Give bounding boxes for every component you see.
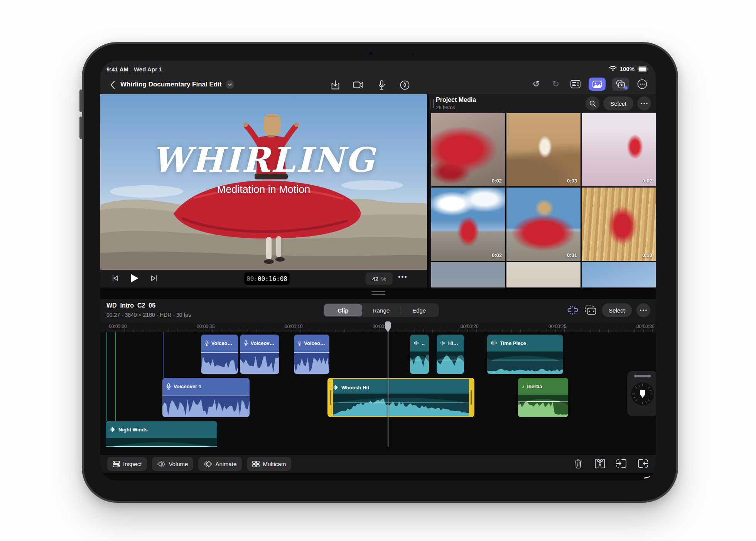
undo-button[interactable]: ↺ <box>530 78 543 91</box>
title-dropdown-button[interactable] <box>226 80 234 89</box>
mode-segment-edge[interactable]: Edge <box>400 304 438 316</box>
transport-bar: 00:00:16:08 42 % ••• <box>100 270 427 287</box>
more-button[interactable] <box>636 78 649 91</box>
multicam-button[interactable]: Multicam <box>247 457 291 471</box>
timeline-ruler[interactable]: 00:00:0000:00:0500:00:1000:00:1500:00:20… <box>100 322 656 333</box>
mode-segment-range[interactable]: Range <box>362 304 400 316</box>
inspect-button[interactable]: Inspect <box>107 457 147 471</box>
timeline-clip[interactable]: Voiceover 3 <box>294 335 329 374</box>
trim-handle-right[interactable] <box>469 379 473 416</box>
trim-handle-left[interactable] <box>329 379 333 416</box>
thumbnail-duration: 0:03 <box>567 178 577 184</box>
mode-segment-clip[interactable]: Clip <box>324 304 362 316</box>
effects-button[interactable] <box>612 78 629 91</box>
magnetic-timeline-icon <box>567 305 579 315</box>
clip-label: ♪Inertia <box>518 378 568 395</box>
animate-button[interactable]: Animate <box>198 457 242 471</box>
top-chrome: 9:41 AM Wed Apr 1 100% Whirling Document… <box>100 61 656 94</box>
playhead-line <box>388 331 388 447</box>
viewer-more-button[interactable]: ••• <box>398 273 408 281</box>
chevron-left-icon <box>110 81 115 89</box>
ellipsis-icon <box>641 103 648 104</box>
media-grid: 0:020:030:020:020:010:10 <box>431 113 656 287</box>
blade-button[interactable] <box>593 457 606 470</box>
blade-scissors-icon <box>595 459 605 468</box>
mic-icon <box>378 80 385 90</box>
media-thumbnail[interactable] <box>582 262 656 287</box>
front-camera <box>369 52 373 55</box>
skip-forward-button[interactable] <box>147 272 160 285</box>
timeline-resize-handle[interactable] <box>371 291 385 295</box>
mic-icon <box>244 340 248 347</box>
media-thumbnail[interactable] <box>506 262 580 287</box>
undo-icon: ↺ <box>533 80 540 88</box>
timeline-select-button[interactable]: Select <box>602 303 632 317</box>
import-button[interactable] <box>329 78 342 91</box>
record-video-button[interactable] <box>352 78 365 91</box>
page-background: 9:41 AM Wed Apr 1 100% Whirling Document… <box>0 0 756 541</box>
mic-icon <box>166 383 171 390</box>
media-browser-button[interactable] <box>589 78 606 91</box>
timeline-clip-meta: 00:27 · 3840 × 2160 · HDR · 30 fps <box>106 312 191 318</box>
timeline-more-button[interactable] <box>636 303 650 317</box>
clip-label: Voiceover 2 <box>240 335 279 352</box>
media-search-button[interactable] <box>586 96 599 110</box>
list-index-icon <box>570 80 580 88</box>
clip-waveform <box>437 352 464 374</box>
search-icon <box>589 100 596 107</box>
timeline-clip[interactable]: High... <box>437 335 464 374</box>
record-audio-button[interactable] <box>375 78 388 91</box>
jog-wheel-grip[interactable] <box>634 375 651 377</box>
redo-button[interactable]: ↻ <box>549 78 562 91</box>
panel-drag-handle[interactable] <box>430 99 434 108</box>
waveform-icon <box>440 340 446 346</box>
delete-button[interactable] <box>572 457 585 470</box>
timeline-clip[interactable]: ... <box>410 335 429 374</box>
timeline-clip[interactable]: Voiceover 2 <box>201 335 238 374</box>
ruler-label: 00:00:00 <box>109 324 127 329</box>
index-browser-button[interactable] <box>569 78 582 91</box>
pencil-tools-button[interactable] <box>398 78 411 91</box>
thumbnail-duration: 0:10 <box>642 252 652 258</box>
back-button[interactable] <box>106 78 119 91</box>
ruler-label: 00:00:10 <box>285 324 303 329</box>
timeline-clip[interactable]: Time Piece <box>487 335 563 374</box>
project-title-group[interactable]: Whirling Documentary Final Edit <box>120 80 234 89</box>
media-thumbnail[interactable] <box>431 262 505 287</box>
insert-clip-button[interactable] <box>615 457 628 470</box>
media-thumbnail[interactable]: 0:10 <box>582 188 656 261</box>
timeline-clip-title: WD_Intro_C2_05 <box>106 302 155 309</box>
media-more-button[interactable] <box>637 96 651 110</box>
volume-button[interactable]: Volume <box>152 457 193 471</box>
video-viewer[interactable]: WHIRLING Meditation in Motion <box>100 94 427 270</box>
media-thumbnail[interactable]: 0:01 <box>506 188 580 261</box>
jog-wheel-panel[interactable] <box>627 371 656 416</box>
media-thumbnail[interactable]: 0:02 <box>431 113 505 186</box>
zoom-level-control[interactable]: 42 % <box>366 272 393 285</box>
thumbnail-duration: 0:01 <box>567 252 577 258</box>
timecode-display[interactable]: 00:00:16:08 <box>244 272 290 285</box>
timeline-clip[interactable]: Night Winds <box>106 421 217 447</box>
ellipsis-icon <box>637 79 647 89</box>
media-select-button[interactable]: Select <box>603 96 633 110</box>
play-button[interactable] <box>128 272 141 285</box>
redo-icon: ↻ <box>552 80 559 88</box>
timeline-clip[interactable]: Whoosh Hit <box>327 378 474 417</box>
skip-back-button[interactable] <box>109 272 122 285</box>
project-title: Whirling Documentary Final Edit <box>120 81 222 88</box>
timeline-clip[interactable]: Voiceover 1 <box>162 378 250 417</box>
notification-dot <box>624 86 628 90</box>
clip-waveform <box>162 395 250 417</box>
photo-icon <box>592 81 602 88</box>
ruler-label: 00:00:25 <box>548 324 567 329</box>
timeline-clip[interactable]: ♪Inertia <box>518 378 568 417</box>
media-thumbnail[interactable]: 0:03 <box>506 113 580 186</box>
magnetic-timeline-button[interactable] <box>566 304 579 317</box>
clip-waveform <box>294 352 329 374</box>
media-thumbnail[interactable]: 0:02 <box>582 113 656 186</box>
mic-hole <box>412 53 414 55</box>
timeline-clip[interactable]: Voiceover 2 <box>240 335 279 374</box>
media-thumbnail[interactable]: 0:02 <box>431 188 505 261</box>
waveform-icon <box>332 385 339 390</box>
paste-overwrite-button[interactable] <box>584 304 597 317</box>
